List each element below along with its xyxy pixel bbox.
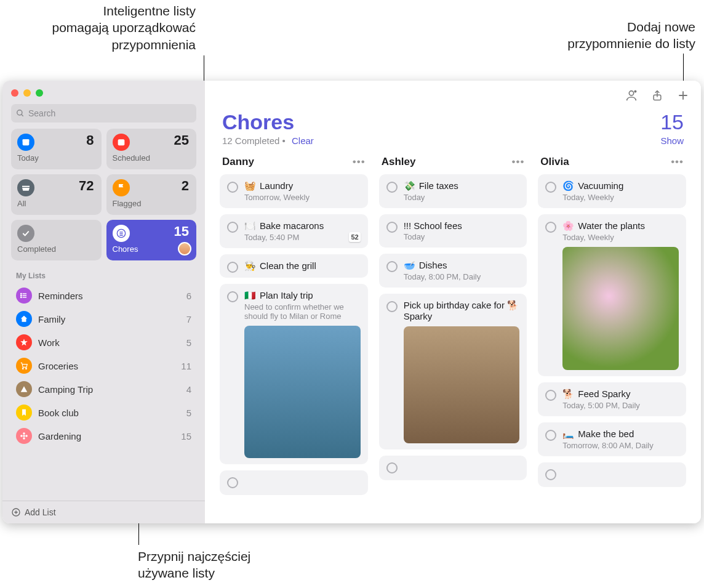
svg-rect-5 (118, 139, 124, 145)
list-count: 5 (186, 408, 191, 418)
reminder-image (562, 247, 679, 370)
list-row[interactable]: Groceries11 (2, 354, 205, 377)
new-reminder-placeholder[interactable] (379, 456, 527, 480)
list-row[interactable]: Reminders6 (2, 284, 205, 307)
complete-toggle[interactable] (227, 262, 238, 273)
complete-toggle[interactable] (545, 390, 556, 401)
complete-toggle[interactable] (545, 222, 556, 233)
reminder-title: 🌸Water the plants (562, 220, 679, 232)
list-row[interactable]: Camping Trip4 (2, 377, 205, 401)
search-input[interactable]: Search (11, 104, 196, 123)
list-count: 11 (181, 361, 191, 371)
reminder-subtitle: Today, 5:40 PM (244, 233, 361, 242)
new-reminder-placeholder[interactable] (538, 462, 686, 487)
list-row[interactable]: Family7 (2, 307, 205, 331)
complete-toggle[interactable] (227, 222, 238, 233)
complete-toggle[interactable] (545, 430, 556, 441)
completed-row: 12 Completed • Clear (222, 135, 314, 146)
column: Olivia•••🌀VacuumingToday, Weekly🌸Water t… (538, 155, 686, 517)
svg-point-18 (23, 435, 25, 437)
reminder-card[interactable]: 🛏️Make the bedTomorrow, 8:00 AM, Daily (538, 422, 686, 456)
show-completed-button[interactable]: Show (660, 135, 684, 146)
svg-point-19 (23, 432, 25, 435)
list-title: Chores (222, 110, 294, 134)
list-icon (16, 428, 32, 444)
smart-lists-grid: 8Today25Scheduled72All2FlaggedCompleted1… (2, 129, 205, 260)
complete-toggle[interactable] (386, 301, 398, 312)
reminder-card[interactable]: 🥣DishesToday, 8:00 PM, Daily (379, 254, 527, 288)
smartlist-label: Flagged (113, 199, 191, 208)
list-count: 15 (660, 110, 684, 134)
reminder-card[interactable]: 🌸Water the plantsToday, Weekly (538, 214, 686, 376)
svg-point-16 (22, 368, 23, 369)
count-badge: 52 (349, 232, 360, 242)
callout-smartlists: Inteligentne listypomagają uporządkowaćp… (5, 2, 196, 53)
smartlist-all[interactable]: 72All (11, 174, 102, 215)
list-icon (16, 311, 32, 327)
complete-toggle[interactable] (227, 182, 238, 193)
clear-completed-button[interactable]: Clear (292, 135, 314, 146)
list-count: 7 (186, 314, 191, 324)
smartlist-count: 8 (86, 132, 94, 148)
svg-line-1 (22, 115, 23, 116)
column: Ashley•••💸File taxesToday!!! School fees… (379, 155, 527, 517)
smartlist-chores[interactable]: 15Chores (106, 220, 197, 260)
complete-toggle[interactable] (545, 469, 556, 480)
sidebar: Search 8Today25Scheduled72All2FlaggedCom… (2, 81, 205, 523)
add-list-button[interactable]: Add List (2, 501, 205, 523)
reminder-subtitle: Today, Weekly (562, 193, 679, 202)
column-more-button[interactable]: ••• (671, 156, 684, 168)
shared-avatar (178, 242, 191, 256)
smartlist-completed[interactable]: Completed (11, 220, 102, 260)
reminder-card[interactable]: 👨‍🍳Clean the grill (220, 254, 368, 278)
smartlist-label: Today (17, 153, 95, 163)
close-window-button[interactable] (11, 89, 18, 97)
reminder-card[interactable]: Pick up birthday cake for 🐕 Sparky (379, 294, 527, 449)
reminder-subtitle: Today, 5:00 PM, Daily (562, 401, 679, 410)
list-icon (16, 381, 32, 397)
column-header: Ashley••• (379, 155, 527, 174)
list-row[interactable]: Book club5 (2, 401, 205, 424)
list-icon (16, 405, 32, 421)
column-header: Olivia••• (538, 155, 686, 174)
reminder-card[interactable]: !!! School feesToday (379, 214, 527, 248)
reminder-card[interactable]: 🐕Feed SparkyToday, 5:00 PM, Daily (538, 382, 686, 416)
column-more-button[interactable]: ••• (353, 156, 366, 168)
reminder-emoji: 🛏️ (562, 429, 574, 439)
reminder-title: 🧺Laundry (244, 180, 361, 191)
svg-point-15 (21, 297, 22, 297)
list-row[interactable]: Gardening15 (2, 424, 205, 448)
reminder-card[interactable]: 💸File taxesToday (379, 174, 527, 208)
complete-toggle[interactable] (386, 222, 398, 233)
reminder-card[interactable]: 🍽️Bake macaronsToday, 5:40 PM52 (220, 214, 368, 248)
reminder-card[interactable]: 🌀VacuumingToday, Weekly (538, 174, 686, 208)
complete-toggle[interactable] (386, 182, 398, 193)
reminder-subtitle: Today, Weekly (562, 233, 679, 242)
minimize-window-button[interactable] (23, 89, 31, 97)
column-more-button[interactable]: ••• (511, 156, 524, 168)
reminder-card[interactable]: 🧺LaundryTomorrow, Weekly (220, 174, 368, 208)
smartlist-today[interactable]: 8Today (11, 129, 102, 169)
list-row[interactable]: Work5 (2, 331, 205, 354)
complete-toggle[interactable] (545, 182, 556, 193)
reminder-title: 🐕Feed Sparky (562, 389, 679, 400)
reminder-card[interactable]: 🇮🇹Plan Italy tripNeed to confirm whether… (220, 284, 368, 464)
reminder-emoji: 🌸 (562, 220, 574, 231)
complete-toggle[interactable] (227, 291, 238, 302)
complete-toggle[interactable] (386, 462, 398, 473)
columns: Danny•••🧺LaundryTomorrow, Weekly🍽️Bake m… (205, 148, 701, 517)
svg-point-21 (20, 435, 23, 437)
complete-toggle[interactable] (227, 477, 238, 488)
complete-toggle[interactable] (386, 261, 398, 272)
reminder-subtitle: Today, 8:00 PM, Daily (404, 272, 520, 281)
smartlist-count: 15 (174, 224, 189, 240)
completed-icon (17, 225, 34, 242)
fullscreen-window-button[interactable] (36, 89, 43, 97)
smartlist-scheduled[interactable]: 25Scheduled (106, 129, 197, 169)
reminder-title: 🛏️Make the bed (562, 429, 679, 440)
smartlist-flagged[interactable]: 2Flagged (106, 174, 197, 215)
collaborate-button[interactable] (625, 89, 638, 102)
share-button[interactable] (650, 89, 664, 102)
add-reminder-button[interactable] (676, 89, 690, 102)
new-reminder-placeholder[interactable] (220, 470, 368, 495)
